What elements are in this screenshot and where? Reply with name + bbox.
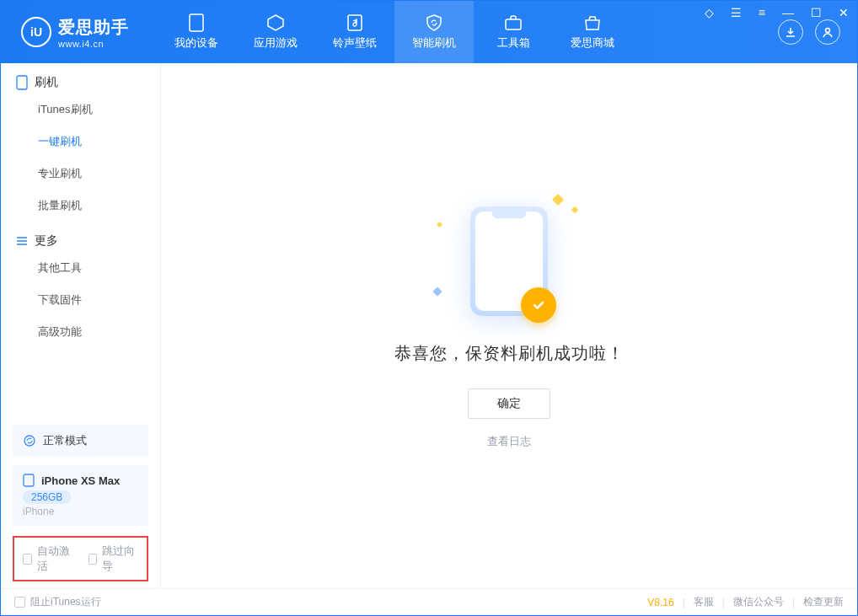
phone-outline-icon [16,75,28,90]
footer-link-wechat[interactable]: 微信公众号 [733,595,784,609]
sidebar-item-itunes-flash[interactable]: iTunes刷机 [1,94,160,126]
tab-my-device[interactable]: 我的设备 [157,1,236,63]
svg-rect-6 [24,474,34,486]
logo-icon: iU [21,17,51,47]
options-checkbox-row: 自动激活 跳过向导 [13,536,148,581]
sidebar-section-head: 更多 [16,233,160,249]
tab-label: 工具箱 [497,35,530,51]
device-icon [187,13,206,32]
device-panels: 正常模式 iPhone XS Max 256GB iPhone [1,418,160,536]
tab-toolbox[interactable]: 工具箱 [474,1,553,63]
close-icon[interactable]: ✕ [835,4,852,21]
main-content: 恭喜您，保资料刷机成功啦！ 确定 查看日志 [161,63,857,588]
checkbox-label: 自动激活 [37,544,73,574]
sidebar-item-one-click-flash[interactable]: 一键刷机 [1,126,160,158]
ok-button[interactable]: 确定 [468,388,550,419]
body: 刷机 iTunes刷机 一键刷机 专业刷机 批量刷机 更多 其他工具 下载固件 … [1,63,857,588]
device-panel[interactable]: iPhone XS Max 256GB iPhone [13,465,148,526]
mode-panel[interactable]: 正常模式 [13,425,148,457]
cube-icon [266,13,285,32]
sidebar-section-title: 刷机 [35,75,58,90]
phone-frame-icon [470,206,548,316]
svg-rect-2 [506,19,521,29]
window-controls: ◇ ☰ ≡ — ☐ ✕ [701,4,852,21]
checkbox-stop-itunes[interactable]: 阻止iTunes运行 [14,595,101,609]
sparkle-icon [571,206,578,213]
sidebar-item-advanced[interactable]: 高级功能 [1,316,160,348]
success-illustration [446,202,572,320]
maximize-icon[interactable]: ☐ [807,4,825,21]
sidebar-section-flash: 刷机 [1,63,160,94]
footer-link-update[interactable]: 检查更新 [803,595,844,609]
device-name: iPhone XS Max [41,474,120,487]
success-message: 恭喜您，保资料刷机成功啦！ [394,342,625,365]
menu-icon[interactable]: ☰ [727,4,745,21]
shop-icon [583,13,602,32]
main-tabs: 我的设备 应用游戏 铃声壁纸 智能刷机 工具箱 爱思商城 [157,1,632,63]
tab-label: 爱思商城 [571,35,614,51]
footer-right: V8.16 | 客服 | 微信公众号 | 检查更新 [647,595,844,609]
svg-rect-4 [17,76,27,89]
sidebar-item-other-tools[interactable]: 其他工具 [1,252,160,284]
logo-area: iU 爱思助手 www.i4.cn [1,1,157,63]
checkbox-box [88,554,98,565]
profile-button[interactable] [815,19,840,45]
app-window: ◇ ☰ ≡ — ☐ ✕ iU 爱思助手 www.i4.cn 我的设备 应用游戏 [0,0,858,616]
sidebar-section-title: 更多 [35,233,58,249]
sidebar-section-head: 刷机 [16,75,160,90]
storage-badge: 256GB [23,490,71,504]
tab-label: 我的设备 [174,35,218,51]
minimize-icon[interactable]: — [779,4,797,21]
checkmark-badge-icon [521,287,556,323]
tab-smart-flash[interactable]: 智能刷机 [394,1,474,63]
tab-apps-games[interactable]: 应用游戏 [236,1,315,63]
view-log-link[interactable]: 查看日志 [487,434,531,449]
sidebar-item-download-firmware[interactable]: 下载固件 [1,284,160,316]
checkbox-skip-wizard[interactable]: 跳过向导 [88,544,139,574]
list-icon[interactable]: ≡ [755,4,769,21]
sparkle-icon [437,222,442,228]
device-type: iPhone [23,506,138,517]
phone-small-icon [23,474,35,487]
sparkle-icon [552,194,564,206]
sparkle-icon [432,287,442,296]
app-name: 爱思助手 [58,16,129,39]
toolbox-icon [504,13,523,32]
tab-label: 铃声壁纸 [333,35,377,51]
download-button[interactable] [778,19,803,45]
sync-icon [23,434,36,447]
pin-icon[interactable]: ◇ [701,4,717,21]
tab-label: 应用游戏 [254,35,298,51]
sidebar-item-pro-flash[interactable]: 专业刷机 [1,158,160,190]
svg-point-5 [24,436,35,446]
statusbar: 阻止iTunes运行 V8.16 | 客服 | 微信公众号 | 检查更新 [1,588,857,615]
sidebar-item-batch-flash[interactable]: 批量刷机 [1,190,160,222]
tab-store[interactable]: 爱思商城 [553,1,632,63]
mode-label: 正常模式 [43,433,87,448]
checkbox-label: 阻止iTunes运行 [30,595,101,609]
version-label: V8.16 [647,597,673,608]
checkbox-box [14,597,25,608]
svg-rect-0 [190,14,203,31]
tab-ringtones[interactable]: 铃声壁纸 [315,1,394,63]
checkbox-box [23,554,32,565]
app-url: www.i4.cn [58,39,129,49]
tab-label: 智能刷机 [412,35,456,51]
list-lines-icon [16,236,28,246]
sidebar-section-more: 更多 [1,222,160,252]
checkbox-auto-activate[interactable]: 自动激活 [23,544,73,574]
checkbox-label: 跳过向导 [102,544,138,574]
footer-link-support[interactable]: 客服 [694,595,714,609]
shield-refresh-icon [425,13,443,32]
music-note-icon [346,13,364,32]
sidebar: 刷机 iTunes刷机 一键刷机 专业刷机 批量刷机 更多 其他工具 下载固件 … [1,63,161,588]
svg-point-3 [826,29,830,33]
